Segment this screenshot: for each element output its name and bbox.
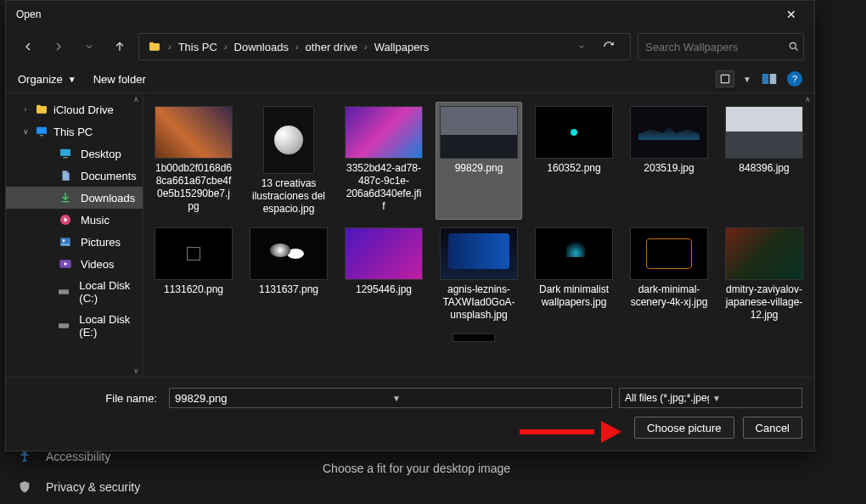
forward-button[interactable]: [47, 35, 70, 59]
refresh-button[interactable]: [596, 41, 621, 53]
desktop-icon: [59, 147, 72, 160]
new-folder-button[interactable]: New folder: [93, 73, 146, 86]
file-name-input[interactable]: 99829.png ▼: [169, 388, 612, 408]
search-icon[interactable]: [788, 41, 800, 53]
tree-node-videos[interactable]: Videos: [6, 253, 143, 275]
file-item[interactable]: 160352.png: [531, 102, 617, 220]
thumbnail: [725, 106, 803, 159]
tree-node-label: Downloads: [81, 192, 135, 204]
help-button[interactable]: ?: [787, 71, 802, 87]
tree-node-icloud-drive[interactable]: ›iCloud Drive: [6, 98, 143, 120]
tree-node-downloads[interactable]: Downloads: [6, 187, 143, 209]
svg-rect-5: [770, 74, 777, 84]
file-name: 3352bd42-ad78-487c-9c1e-206a6d340efe.jfi…: [345, 162, 423, 213]
svg-point-1: [790, 42, 796, 48]
music-icon: [59, 213, 72, 227]
expander-icon[interactable]: ›: [21, 105, 30, 114]
file-item[interactable]: 1131637.png: [245, 223, 332, 326]
file-item[interactable]: 1b00db2f0168d68ca661a67cbe4f0e5b15290be7…: [150, 102, 237, 220]
crumb-this-pc[interactable]: This PC: [178, 41, 217, 53]
tree-node-this-pc[interactable]: ∨This PC: [6, 120, 143, 143]
sidebar-scrollbar[interactable]: ∧∨: [129, 95, 143, 375]
chevron-right-icon[interactable]: ›: [222, 42, 229, 52]
up-button[interactable]: [108, 35, 132, 59]
chevron-right-icon[interactable]: ›: [166, 42, 173, 52]
crumb-other-drive[interactable]: other drive: [306, 41, 357, 53]
nav-accessibility[interactable]: Accessibility: [17, 450, 110, 463]
close-button[interactable]: ✕: [779, 8, 804, 21]
cancel-button[interactable]: Cancel: [743, 417, 802, 439]
file-item[interactable]: 99829.png: [436, 102, 522, 220]
organize-menu[interactable]: Organize ▼: [18, 73, 76, 86]
file-item[interactable]: 13 creativas ilustraciones del espacio.j…: [245, 102, 332, 220]
grid-scrollbar[interactable]: ∧: [801, 95, 814, 375]
tree-node-desktop[interactable]: Desktop: [6, 143, 143, 165]
thumbnail: [630, 106, 708, 159]
file-item[interactable]: dark-minimal-scenery-4k-xj.jpg: [626, 223, 712, 326]
nav-privacy-security[interactable]: Privacy & security: [17, 480, 140, 494]
tree-node-music[interactable]: Music: [6, 209, 143, 231]
search-box[interactable]: [638, 33, 804, 60]
tree-node-label: Music: [81, 214, 110, 227]
file-item[interactable]: dmitry-zaviyalov-japanese-village-12.jpg: [721, 223, 807, 326]
file-name-label: File name:: [18, 392, 162, 405]
thumbnail: [345, 227, 423, 280]
back-button[interactable]: [16, 35, 40, 59]
expander-icon[interactable]: ∨: [21, 127, 30, 136]
tree-node-label: iCloud Drive: [53, 104, 114, 116]
tree-node-label: Desktop: [81, 148, 121, 160]
file-item[interactable]: agnis-leznins-TAXWIad0GoA-unsplash.jpg: [436, 223, 522, 326]
label: Privacy & security: [46, 480, 140, 494]
file-item[interactable]: Dark minimalist wallpapers.jpg: [531, 223, 617, 326]
file-item[interactable]: 1295446.jpg: [340, 223, 427, 326]
file-item[interactable]: [430, 329, 517, 346]
tree-node-label: Pictures: [81, 236, 121, 249]
tree-node-local-disk-e-[interactable]: Local Disk (E:): [6, 309, 143, 343]
navigation-tree: ›iCloud Drive∨This PCDesktopDocumentsDow…: [6, 93, 143, 377]
file-name: dmitry-zaviyalov-japanese-village-12.jpg: [725, 283, 803, 322]
file-type-filter[interactable]: All files (*.jpg;*.jpeg;*.bmp;*.dib;*.pn…: [619, 388, 802, 408]
tree-node-documents[interactable]: Documents: [6, 165, 143, 187]
file-name: 1131620.png: [164, 283, 223, 296]
address-dropdown[interactable]: [572, 42, 591, 51]
tree-node-pictures[interactable]: Pictures: [6, 231, 143, 253]
file-name: 848396.jpg: [739, 162, 789, 175]
tree-node-local-disk-c-[interactable]: Local Disk (C:): [6, 275, 143, 309]
chevron-down-icon: ▼: [68, 75, 76, 84]
breadcrumb-bar[interactable]: › This PC › Downloads › other drive › Wa…: [138, 33, 631, 60]
shield-icon: [17, 480, 32, 494]
thumbnail: [440, 106, 518, 159]
file-item[interactable]: 203519.jpg: [626, 102, 712, 220]
view-mode-button[interactable]: [716, 70, 734, 87]
thumbnail: [155, 227, 233, 280]
file-name: 160352.png: [547, 162, 600, 175]
tree-node-label: Documents: [81, 170, 137, 182]
file-item[interactable]: 848396.jpg: [721, 102, 807, 220]
thumbnail: [155, 106, 233, 159]
chevron-right-icon[interactable]: ›: [294, 42, 301, 52]
filter-text: All files (*.jpg;*.jpeg;*.bmp;*.dib;*.pn…: [625, 392, 709, 404]
file-item[interactable]: 3352bd42-ad78-487c-9c1e-206a6d340efe.jfi…: [340, 102, 427, 220]
chevron-down-icon: ▼: [709, 394, 796, 403]
documents-icon: [59, 169, 72, 182]
chevron-right-icon[interactable]: ›: [363, 42, 369, 52]
view-dropdown-icon[interactable]: ▼: [743, 75, 751, 84]
crumb-downloads[interactable]: Downloads: [234, 41, 289, 53]
dialog-footer: File name: 99829.png ▼ All files (*.jpg;…: [6, 377, 814, 451]
choose-picture-button[interactable]: Choose picture: [634, 417, 734, 439]
chevron-down-icon[interactable]: ▼: [389, 394, 606, 403]
pictures-icon: [59, 235, 72, 249]
accessibility-icon: [17, 450, 32, 463]
crumb-wallpapers[interactable]: Wallpapers: [374, 41, 430, 53]
preview-pane-button[interactable]: [760, 70, 779, 87]
downloads-icon: [59, 191, 72, 204]
file-name: dark-minimal-scenery-4k-xj.jpg: [630, 283, 708, 309]
file-name: 1295446.jpg: [356, 283, 412, 296]
recent-locations-button[interactable]: [77, 35, 101, 59]
file-item[interactable]: 1131620.png: [150, 223, 237, 326]
file-name: agnis-leznins-TAXWIad0GoA-unsplash.jpg: [440, 283, 518, 322]
open-file-dialog: Open ✕ › This PC › Downloads › other dri…: [5, 0, 815, 451]
folder-icon: [148, 40, 161, 53]
cloud-folder-icon: [35, 103, 48, 116]
search-input[interactable]: [645, 41, 788, 53]
